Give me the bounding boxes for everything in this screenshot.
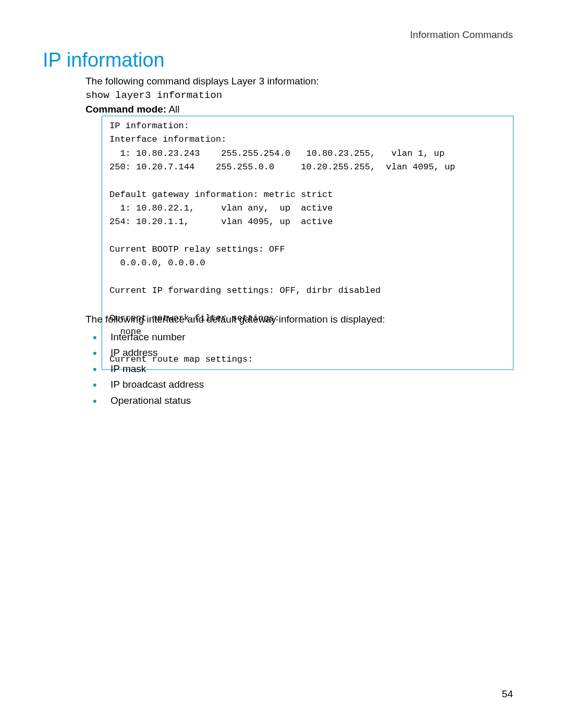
info-bullet-list: Interface number IP address IP mask IP b… bbox=[85, 329, 204, 409]
command-text: show layer3 information bbox=[85, 90, 222, 101]
page-number: 54 bbox=[502, 688, 513, 700]
list-item: Interface number bbox=[85, 329, 204, 345]
list-item: IP mask bbox=[85, 361, 204, 377]
page-heading: IP information bbox=[43, 49, 165, 71]
intro-paragraph: The following command displays Layer 3 i… bbox=[85, 76, 319, 87]
followup-paragraph: The following interface and default gate… bbox=[85, 314, 385, 325]
command-mode-value: All bbox=[166, 104, 179, 115]
header-section-label: Information Commands bbox=[410, 29, 513, 41]
list-item: IP address bbox=[85, 345, 204, 361]
list-item: Operational status bbox=[85, 393, 204, 409]
list-item: IP broadcast address bbox=[85, 377, 204, 392]
command-mode-label: Command mode: bbox=[85, 104, 166, 115]
command-mode-line: Command mode: All bbox=[85, 104, 180, 115]
